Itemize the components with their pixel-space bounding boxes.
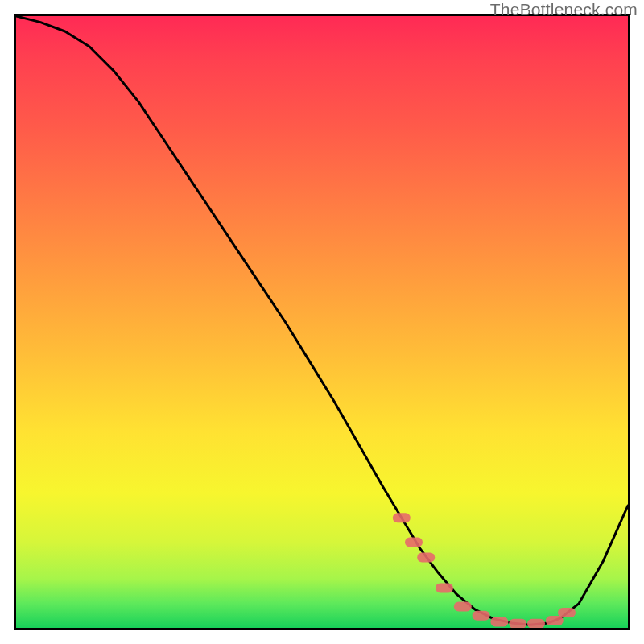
curve-line — [16, 16, 628, 625]
trough-marker — [490, 617, 508, 626]
trough-marker — [509, 619, 526, 628]
chart-stage: TheBottleneck.com — [0, 0, 644, 644]
trough-marker-group — [393, 513, 576, 628]
chart-overlay — [16, 16, 628, 628]
trough-marker — [527, 619, 545, 628]
trough-marker — [417, 553, 435, 563]
plot-area — [14, 14, 630, 630]
trough-marker — [405, 538, 423, 547]
trough-marker — [558, 608, 576, 617]
trough-marker — [546, 616, 564, 625]
trough-marker — [473, 611, 490, 621]
watermark-text: TheBottleneck.com — [490, 0, 638, 19]
trough-marker — [454, 601, 472, 611]
trough-marker — [393, 513, 411, 522]
trough-marker — [436, 584, 453, 593]
